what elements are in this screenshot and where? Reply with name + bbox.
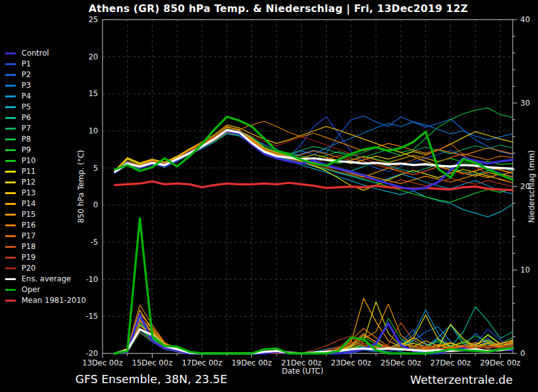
temp-tick-label: -10 [85, 275, 98, 284]
temp-axis-label: 850 hPa Temp. (°C) [77, 150, 85, 223]
precip-line-oper [115, 218, 513, 353]
model-info-text: GFS Ensemble, 38N, 23.5E [75, 372, 227, 386]
site-credit-text: Wetterzentrale.de [410, 373, 513, 386]
date-tick-label: 27Dec 00z [430, 358, 471, 367]
temp-tick-label: -15 [85, 312, 98, 321]
temp-tick-label: 10 [89, 126, 98, 135]
date-tick-label: 23Dec 00z [331, 358, 372, 367]
temp-line-mean-1981-2010 [115, 181, 513, 190]
precip-tick-label: 0 [520, 349, 525, 358]
date-tick-label: 15Dec 00z [132, 358, 173, 367]
plot-border [103, 20, 513, 353]
precip-tick-label: 10 [520, 266, 530, 274]
date-tick-label: 13Dec 00z [82, 358, 123, 367]
date-tick-label: 17Dec 00z [182, 358, 222, 367]
precip-axis-label: Niederschlag (mm) [527, 150, 536, 223]
date-tick-label: 29Dec 00z [480, 358, 520, 367]
temp-tick-label: 5 [93, 164, 98, 173]
temp-tick-label: 25 [89, 15, 98, 24]
temp-line-p14 [115, 130, 513, 177]
precip-tick-label: 40 [520, 15, 530, 24]
date-tick-label: 25Dec 00z [380, 358, 421, 367]
date-tick-label: 19Dec 00z [232, 358, 272, 367]
precip-tick-label: 30 [520, 99, 530, 107]
date-tick-label: 21Dec 00z [281, 358, 322, 367]
temp-tick-label: 15 [89, 89, 98, 98]
date-axis-label: Date (UTC) [282, 367, 323, 376]
temp-tick-label: -20 [85, 349, 98, 358]
temp-tick-label: 20 [89, 52, 98, 61]
temp-tick-label: 0 [93, 200, 98, 209]
temp-tick-label: -5 [91, 238, 98, 247]
meteogram-page: Athens (GR) 850 hPa Temp. & Niederschlag… [0, 0, 538, 392]
